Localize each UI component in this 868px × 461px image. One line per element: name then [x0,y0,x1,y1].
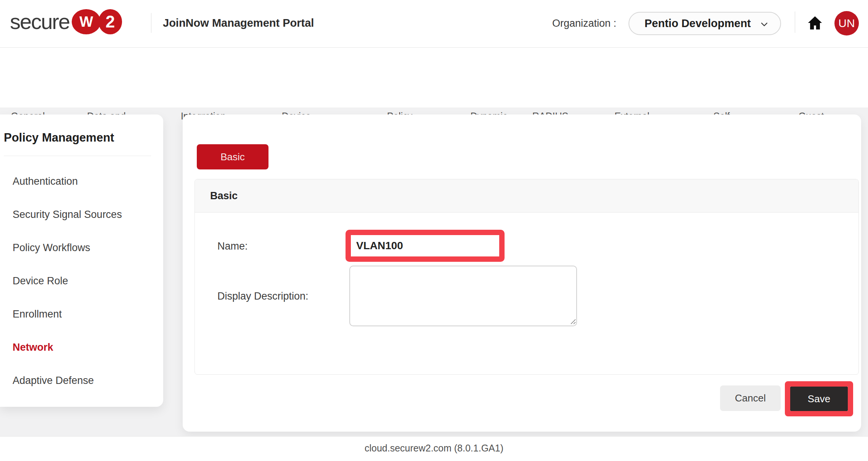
header-divider-2 [795,11,795,33]
sidebar: Policy Management Authentication Securit… [0,114,163,407]
sidebar-item-enrollment[interactable]: Enrollment [0,298,163,331]
sidebar-item-device-role[interactable]: Device Role [0,264,163,298]
header: secure W 2 JoinNow Management Portal Org… [0,0,868,48]
basic-panel-title: Basic [210,190,238,202]
organization-dropdown[interactable]: Pentio Development [628,12,781,35]
home-icon[interactable] [806,15,824,32]
cancel-button[interactable]: Cancel [720,385,781,411]
footer-version-text: cloud.securew2.com (8.0.1.GA1) [365,443,503,454]
sidebar-item-authentication[interactable]: Authentication [0,165,163,198]
name-label: Name: [217,240,248,252]
securew2-logo[interactable]: secure W 2 [10,8,122,35]
page: secure W 2 JoinNow Management Portal Org… [0,0,868,461]
logo-w-circle: W [72,9,101,34]
save-button[interactable]: Save [790,387,848,411]
sidebar-list: Authentication Security Signal Sources P… [0,165,163,397]
logo-2-circle: 2 [98,9,122,34]
top-navigation: General Data and Monitoring Integration … [0,48,868,108]
sidebar-divider [4,156,151,156]
sidebar-item-policy-workflows[interactable]: Policy Workflows [0,231,163,264]
tab-basic[interactable]: Basic [197,144,268,169]
sidebar-item-adaptive-defense[interactable]: Adaptive Defense [0,364,163,397]
name-input[interactable] [351,235,499,256]
display-description-textarea[interactable] [349,266,577,326]
main-content: Basic Basic Name: Display Description: C… [183,114,861,432]
logo-wordmark: secure [10,8,69,35]
save-button-highlight: Save [785,381,853,416]
organization-value: Pentio Development [645,17,751,30]
organization-label: Organization : [552,18,616,29]
basic-panel-header: Basic [195,179,858,213]
display-description-label: Display Description: [217,290,309,302]
avatar[interactable]: UN [834,11,859,35]
sidebar-title: Policy Management [4,131,114,145]
footer: cloud.securew2.com (8.0.1.GA1) [0,436,868,461]
sidebar-item-network[interactable]: Network [0,331,163,364]
name-field-highlight [346,230,505,262]
header-divider [151,13,151,33]
basic-panel: Basic Name: Display Description: [194,179,859,375]
page-title: JoinNow Management Portal [163,17,314,29]
chevron-down-icon [759,19,770,31]
avatar-initials: UN [838,17,855,30]
sidebar-item-security-signal-sources[interactable]: Security Signal Sources [0,198,163,231]
